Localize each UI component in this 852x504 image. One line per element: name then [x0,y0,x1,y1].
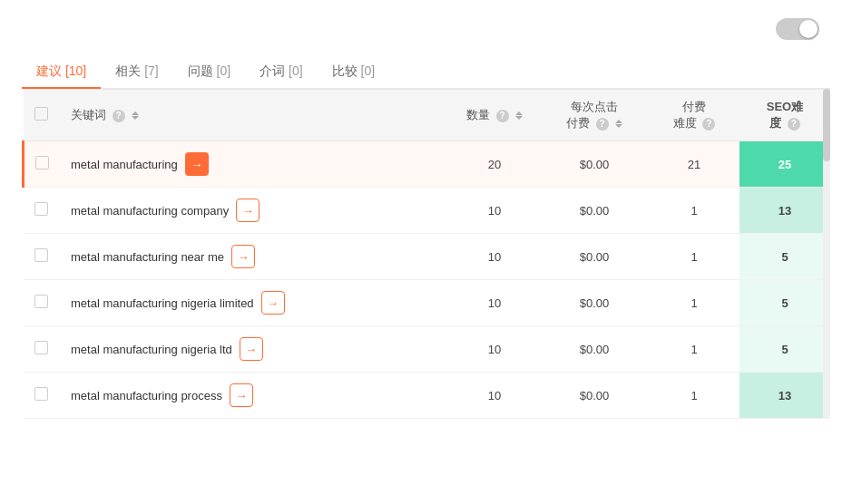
header [22,18,830,40]
keyword-link-btn-3[interactable]: → [261,291,285,315]
row-checkbox-cell-3 [24,280,61,326]
keyword-text-0: metal manufacturing [71,158,178,171]
table-outer: 关键词 ? 数量 ? [22,89,830,419]
row-checkbox-cell-5 [24,373,61,419]
row-paid-4: 1 [649,326,739,373]
row-paid-0: 21 [649,141,739,188]
row-checkbox-cell-1 [24,188,61,234]
row-cpc-3: $0.00 [540,280,649,326]
page-container: 建议 [10]相关 [7]问题 [0]介词 [0]比较 [0] 关键词 ? [0,0,852,419]
row-paid-1: 1 [649,188,739,234]
row-keyword-cell-4: metal manufacturing nigeria ltd → [60,326,449,373]
arrow-right-icon-1: → [242,204,254,218]
keyword-table: 关键词 ? 数量 ? [22,89,830,419]
row-checkbox-1[interactable] [34,202,48,216]
row-paid-2: 1 [649,234,739,280]
table-row: metal manufacturing → 20 $0.00 21 25 [24,141,831,188]
th-paid-difficulty: 付费难度 ? [649,90,739,141]
row-cpc-4: $0.00 [540,326,649,373]
th-cpc: 每次点击付费 ? [540,90,649,141]
row-checkbox-4[interactable] [34,341,48,354]
table-row: metal manufacturing process → 10 $0.00 1… [24,373,831,419]
row-checkbox-5[interactable] [34,387,48,401]
keyword-link-btn-0[interactable]: → [185,152,209,176]
keyword-sort-icon[interactable] [132,111,139,120]
table-row: metal manufacturing near me → 10 $0.00 1… [24,234,831,280]
row-keyword-cell-5: metal manufacturing process → [60,373,449,419]
row-count-1: 10 [449,188,540,234]
row-cpc-5: $0.00 [540,373,649,419]
keyword-link-btn-5[interactable]: → [230,383,253,407]
count-info-icon[interactable]: ? [496,110,509,122]
scrollbar-thumb[interactable] [823,89,830,161]
row-seo-3: 5 [739,280,830,326]
row-checkbox-cell-2 [24,234,61,280]
row-keyword-cell-2: metal manufacturing near me → [60,234,449,280]
row-seo-5: 13 [739,373,830,419]
row-keyword-cell-1: metal manufacturing company → [60,188,449,234]
row-paid-3: 1 [649,280,739,326]
cpc-sort-icon[interactable] [615,120,622,128]
keyword-text-1: metal manufacturing company [71,204,229,218]
row-cpc-2: $0.00 [540,234,649,280]
tab-questions[interactable]: 问题 [0] [173,56,245,89]
row-seo-0: 25 [739,141,830,188]
header-right [776,18,830,40]
table-row: metal manufacturing nigeria limited → 10… [24,280,831,326]
count-sort-icon[interactable] [515,111,523,120]
row-keyword-cell-0: metal manufacturing → [60,141,449,188]
toggle-switch[interactable] [776,18,819,40]
row-seo-4: 5 [739,326,830,373]
keyword-text-4: metal manufacturing nigeria ltd [71,343,232,356]
row-count-2: 10 [449,234,540,280]
row-cpc-0: $0.00 [540,141,649,188]
arrow-right-icon-3: → [267,296,279,310]
row-count-0: 20 [449,141,540,188]
seo-info-icon[interactable]: ? [788,118,800,131]
cpc-info-icon[interactable]: ? [596,118,609,131]
tab-prepositions[interactable]: 介词 [0] [245,56,317,89]
row-paid-5: 1 [649,373,739,419]
row-checkbox-2[interactable] [34,248,48,262]
row-count-4: 10 [449,326,540,373]
row-seo-2: 5 [739,234,830,280]
keyword-link-btn-2[interactable]: → [231,245,255,268]
keyword-info-icon[interactable]: ? [113,110,125,122]
th-keyword: 关键词 ? [60,90,449,141]
tab-suggestions[interactable]: 建议 [10] [22,56,101,89]
row-checkbox-3[interactable] [34,295,48,308]
tabs-bar: 建议 [10]相关 [7]问题 [0]介词 [0]比较 [0] [22,56,830,89]
row-keyword-cell-3: metal manufacturing nigeria limited → [60,280,449,326]
arrow-right-icon-4: → [245,343,257,356]
keyword-link-btn-1[interactable]: → [236,199,260,222]
arrow-right-icon-2: → [238,250,250,264]
row-cpc-1: $0.00 [540,188,649,234]
row-checkbox-0[interactable] [35,156,49,170]
arrow-right-icon-5: → [235,389,247,402]
select-all-checkbox[interactable] [34,107,48,121]
keyword-link-btn-4[interactable]: → [240,337,263,361]
th-checkbox [24,90,61,141]
scrollbar-track [823,89,830,419]
tab-comparisons[interactable]: 比较 [0] [318,56,389,89]
th-seo-difficulty: SEO难度 ? [739,90,830,141]
paid-info-icon[interactable]: ? [702,118,715,131]
keyword-text-2: metal manufacturing near me [71,250,224,264]
row-checkbox-cell-4 [24,326,61,373]
table-row: metal manufacturing nigeria ltd → 10 $0.… [24,326,831,373]
row-checkbox-cell-0 [24,141,61,188]
arrow-right-icon-0: → [191,158,202,171]
keyword-text-3: metal manufacturing nigeria limited [71,296,254,310]
table-header-row: 关键词 ? 数量 ? [24,90,831,141]
row-count-3: 10 [449,280,540,326]
keyword-text-5: metal manufacturing process [71,389,222,402]
row-count-5: 10 [449,373,540,419]
tab-related[interactable]: 相关 [7] [101,56,172,89]
th-count: 数量 ? [449,90,540,141]
table-row: metal manufacturing company → 10 $0.00 1… [24,188,831,234]
row-seo-1: 13 [739,188,830,234]
